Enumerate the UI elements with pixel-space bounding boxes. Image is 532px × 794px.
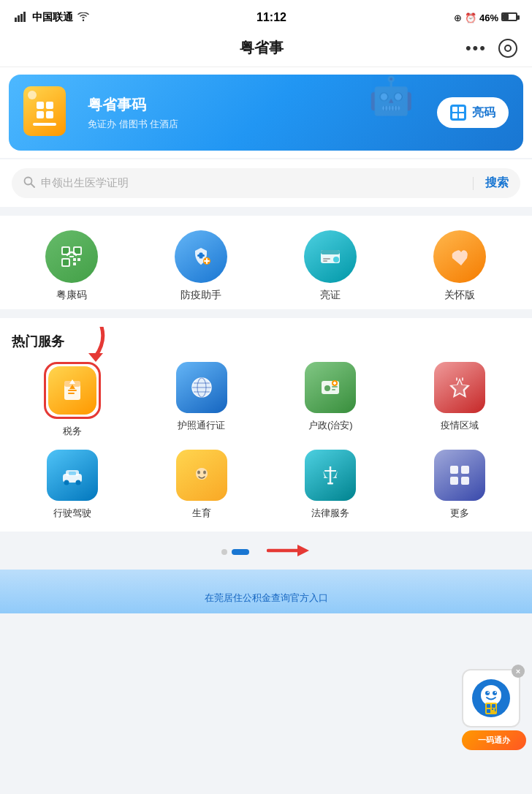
- fangyizhushou-icon: [175, 230, 227, 283]
- quick-icon-guanhuaiban[interactable]: 关怀版: [400, 230, 520, 302]
- status-bar: 中国联通 11:12 ⊕ ⏰ 46%: [0, 0, 532, 32]
- service-item-huzheng[interactable]: 户政(治安): [270, 362, 392, 438]
- shengyu-label: 生育: [192, 507, 211, 520]
- svg-rect-50: [69, 472, 76, 475]
- banner-title: 粤省事码: [88, 95, 178, 115]
- svg-point-4: [83, 20, 84, 21]
- banner-icon: [23, 86, 76, 139]
- status-right-icons: ⊕ ⏰ 46%: [454, 12, 517, 23]
- location-icon: ⊕: [454, 12, 462, 23]
- svg-point-54: [203, 471, 206, 474]
- service-item-shengyu[interactable]: 生育: [141, 450, 263, 520]
- svg-rect-13: [73, 258, 76, 261]
- nav-title: 粤省事: [240, 38, 284, 58]
- mascot-box[interactable]: ×: [462, 669, 520, 727]
- yiqing-icon: [434, 362, 485, 413]
- shuiwu-label: 税务: [63, 425, 82, 438]
- huzheng-label: 户政(治安): [308, 419, 353, 432]
- svg-rect-1: [18, 15, 20, 22]
- svg-rect-24: [323, 260, 327, 262]
- banner-left: 粤省事码 免证办 借图书 住酒店: [23, 86, 178, 139]
- svg-rect-59: [461, 466, 469, 474]
- service-item-gengduo[interactable]: 更多: [399, 450, 521, 520]
- quick-icon-liangzheng[interactable]: 亮证: [271, 230, 390, 302]
- svg-point-66: [493, 691, 497, 695]
- banner-robot-decoration: 🤖: [368, 75, 414, 117]
- service-item-huzhao[interactable]: 护照通行证: [141, 362, 263, 438]
- svg-point-64: [481, 685, 501, 706]
- guanhuaiban-label: 关怀版: [444, 289, 475, 302]
- right-arrow-indicator: [267, 539, 311, 565]
- brightness-code-button[interactable]: 亮码: [437, 97, 509, 128]
- svg-rect-70: [487, 704, 490, 708]
- brightness-code-label: 亮码: [472, 105, 495, 121]
- search-placeholder: 申领出生医学证明: [41, 176, 467, 190]
- svg-rect-17: [200, 253, 203, 259]
- nav-actions: •••: [466, 39, 517, 58]
- search-icon: [23, 176, 35, 191]
- huzheng-icon: [305, 362, 356, 413]
- svg-rect-57: [327, 483, 333, 485]
- svg-marker-62: [297, 545, 309, 556]
- quick-icon-fangyizhushou[interactable]: 防疫助手: [142, 230, 261, 302]
- search-area: 申领出生医学证明 搜索: [0, 159, 532, 207]
- dot-indicators: [221, 549, 249, 555]
- huzhao-label: 护照通行证: [178, 419, 225, 432]
- svg-point-65: [485, 691, 490, 695]
- more-button[interactable]: •••: [466, 39, 487, 58]
- svg-line-6: [31, 184, 35, 187]
- bottom-strip-text: 在莞居住公积金查询官方入口: [193, 591, 340, 610]
- service-grid-row1: 税务 护照通行证: [12, 362, 520, 438]
- mascot-float[interactable]: × 一码通办: [462, 669, 526, 750]
- scan-button[interactable]: [498, 39, 517, 58]
- status-time: 11:12: [256, 11, 286, 24]
- page-indicators: [0, 532, 532, 570]
- service-item-falv[interactable]: 法律服务: [270, 450, 392, 520]
- liangzheng-label: 亮证: [320, 289, 341, 302]
- svg-point-53: [197, 471, 200, 474]
- quick-icon-yuekangma[interactable]: 粤康码: [12, 230, 132, 302]
- svg-rect-61: [461, 477, 469, 485]
- svg-rect-22: [321, 250, 340, 254]
- svg-rect-0: [15, 18, 17, 22]
- service-grid-row2: 行驶驾驶 生育: [12, 450, 520, 520]
- svg-rect-40: [332, 389, 335, 390]
- svg-marker-26: [88, 353, 103, 362]
- service-item-jiashi[interactable]: 行驶驾驶: [12, 450, 134, 520]
- svg-rect-39: [332, 386, 338, 387]
- service-item-shuiwu[interactable]: 税务: [12, 362, 134, 438]
- service-item-yiqing[interactable]: 疫情区域: [399, 362, 521, 438]
- hot-services-title: 热门服务: [12, 333, 520, 350]
- mascot-action-button[interactable]: 一码通办: [462, 730, 526, 750]
- svg-point-25: [333, 257, 339, 262]
- wifi-icon: [77, 12, 89, 23]
- svg-rect-23: [323, 258, 330, 260]
- svg-point-38: [324, 385, 330, 391]
- svg-rect-12: [63, 260, 69, 265]
- tax-highlight-border: [44, 362, 101, 419]
- carrier-label: 中国联通: [32, 11, 73, 24]
- jiashi-label: 行驶驾驶: [53, 507, 91, 520]
- battery-icon: [501, 12, 517, 23]
- liangzheng-icon: [304, 230, 357, 283]
- search-button[interactable]: 搜索: [485, 175, 509, 191]
- quick-icons-section: 粤康码 防疫助手 亮证: [0, 216, 532, 309]
- qr-icon: [450, 105, 466, 121]
- shengyu-icon: [176, 450, 227, 501]
- svg-point-67: [487, 692, 489, 693]
- banner-subtitle: 免证办 借图书 住酒店: [88, 118, 178, 131]
- gengduo-label: 更多: [450, 507, 469, 520]
- banner-text: 粤省事码 免证办 借图书 住酒店: [88, 95, 178, 131]
- huzhao-icon: [176, 362, 227, 413]
- yiqing-label: 疫情区域: [441, 419, 479, 432]
- guanhuaiban-icon: [433, 230, 486, 283]
- svg-point-49: [76, 480, 81, 485]
- carrier-wifi: 中国联通: [15, 11, 89, 24]
- search-divider: [473, 177, 474, 190]
- search-box[interactable]: 申领出生医学证明 搜索: [12, 168, 520, 198]
- svg-rect-14: [77, 258, 80, 261]
- banner-card[interactable]: 粤省事码 免证办 借图书 住酒店 亮码 🤖: [9, 75, 523, 151]
- mascot-close-button[interactable]: ×: [512, 665, 525, 678]
- alarm-icon: ⏰: [465, 12, 476, 23]
- signal-icon: [15, 12, 28, 24]
